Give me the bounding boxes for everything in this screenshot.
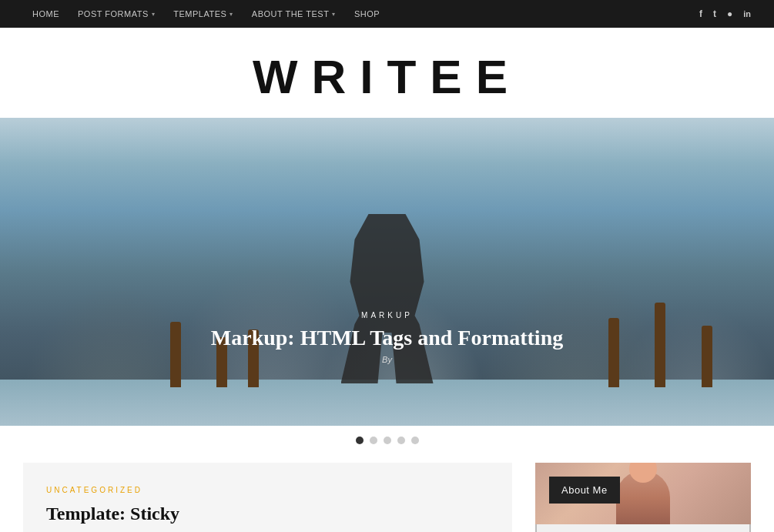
about-me-button[interactable]: About Me xyxy=(549,477,620,504)
dock-post xyxy=(702,326,712,387)
article-title[interactable]: Template: Sticky xyxy=(46,504,489,524)
site-title[interactable]: WRITEE xyxy=(0,49,774,104)
nav-link-home[interactable]: HOME xyxy=(23,9,69,18)
site-header: WRITEE xyxy=(0,28,774,118)
hero-title[interactable]: Markup: HTML Tags and Formatting xyxy=(211,326,563,350)
article-card: UNCATEGORIZED Template: Sticky xyxy=(23,463,512,532)
hero-content: MARKUP Markup: HTML Tags and Formatting … xyxy=(211,311,563,364)
nav-item-templates[interactable]: TEMPLATES ▾ xyxy=(164,9,243,18)
linkedin-icon[interactable]: in xyxy=(743,9,751,18)
hero-image xyxy=(0,118,774,426)
dock-post xyxy=(170,322,181,387)
nav-item-shop[interactable]: SHOP xyxy=(345,9,389,18)
hero-author: By xyxy=(211,355,563,364)
slider-dot-5[interactable] xyxy=(411,437,419,444)
chevron-down-icon: ▾ xyxy=(152,11,156,18)
main-content: UNCATEGORIZED Template: Sticky About Me xyxy=(0,463,774,532)
nav-item-home[interactable]: HOME xyxy=(23,9,69,18)
sidebar: About Me xyxy=(535,463,751,532)
about-me-person-figure xyxy=(616,470,670,524)
slider-dots xyxy=(0,426,774,455)
hero-category: MARKUP xyxy=(211,311,563,320)
nav-item-about[interactable]: ABOUT THE TEST ▾ xyxy=(243,9,345,18)
twitter-icon[interactable]: t xyxy=(713,8,716,19)
facebook-icon[interactable]: f xyxy=(699,8,702,19)
nav-link-about[interactable]: ABOUT THE TEST ▾ xyxy=(243,9,345,18)
nav-menu: HOME POST FORMATS ▾ TEMPLATES ▾ ABOUT TH… xyxy=(23,9,389,18)
slider-dot-1[interactable] xyxy=(356,437,364,444)
dock-post xyxy=(655,303,665,387)
slider-dot-4[interactable] xyxy=(397,437,405,444)
instagram-icon[interactable]: ● xyxy=(727,8,732,19)
nav-link-shop[interactable]: SHOP xyxy=(345,9,389,18)
hero-slider: MARKUP Markup: HTML Tags and Formatting … xyxy=(0,118,774,426)
social-links: f t ● in xyxy=(699,8,751,19)
about-me-widget: About Me xyxy=(535,463,751,532)
nav-item-post-formats[interactable]: POST FORMATS ▾ xyxy=(69,9,164,18)
nav-link-post-formats[interactable]: POST FORMATS ▾ xyxy=(69,9,164,18)
article-category[interactable]: UNCATEGORIZED xyxy=(46,486,489,494)
dock-post xyxy=(608,318,619,387)
chevron-down-icon: ▾ xyxy=(230,11,233,18)
nav-link-templates[interactable]: TEMPLATES ▾ xyxy=(164,9,243,18)
slider-dot-3[interactable] xyxy=(384,437,391,444)
navigation: HOME POST FORMATS ▾ TEMPLATES ▾ ABOUT TH… xyxy=(0,0,774,28)
chevron-down-icon: ▾ xyxy=(332,11,336,18)
slider-dot-2[interactable] xyxy=(370,437,377,444)
